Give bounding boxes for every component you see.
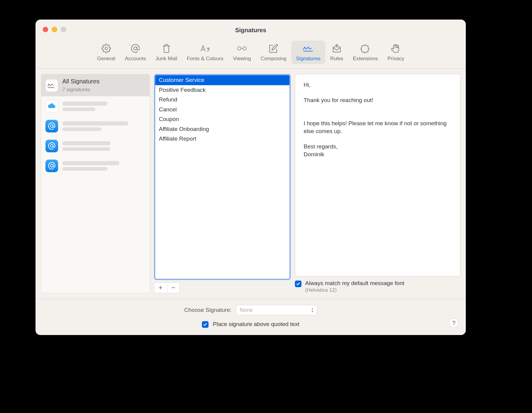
signatures-column: Customer ServicePositive FeedbackRefundC… <box>154 74 291 293</box>
match-font-sub: (Helvetica 12) <box>305 287 404 293</box>
tab-viewing[interactable]: Viewing <box>228 41 256 64</box>
tab-composing[interactable]: Composing <box>256 41 291 64</box>
sidebar-item-account[interactable] <box>41 96 150 116</box>
toolbar-label: Viewing <box>233 56 251 62</box>
tab-signatures[interactable]: Signatures <box>291 41 325 64</box>
trash-icon <box>161 43 172 54</box>
signature-item[interactable]: Refund <box>155 95 289 105</box>
signature-item[interactable]: Cancel <box>155 105 289 115</box>
sidebar-item-account[interactable] <box>41 156 150 176</box>
tab-fonts-colours[interactable]: Fonts & Colours <box>182 41 228 64</box>
toolbar-label: Accounts <box>125 56 146 62</box>
tab-accounts[interactable]: Accounts <box>120 41 151 64</box>
add-signature-button[interactable]: + <box>154 283 167 293</box>
at-icon <box>45 120 58 132</box>
content-area: All Signatures 7 signatures <box>36 69 466 299</box>
signature-item[interactable]: Positive Feedback <box>155 85 289 95</box>
sidebar-item-account[interactable] <box>41 136 150 156</box>
signature-item[interactable]: Coupon <box>155 114 289 124</box>
minimize-window-button[interactable] <box>52 27 57 32</box>
sidebar-item-sub: 7 signatures <box>62 87 99 93</box>
signature-item[interactable]: Affiliate Onboarding <box>155 124 289 134</box>
gear-icon <box>101 43 112 54</box>
toolbar-label: Privacy <box>388 56 404 62</box>
sidebar-item-all-signatures[interactable]: All Signatures 7 signatures <box>41 74 150 96</box>
signature-item[interactable]: Affiliate Report <box>155 134 289 144</box>
toolbar-label: Fonts & Colours <box>187 56 224 62</box>
svg-point-9 <box>51 165 53 167</box>
signatures-list[interactable]: Customer ServicePositive FeedbackRefundC… <box>154 74 291 280</box>
toolbar-label: Junk Mail <box>156 56 177 62</box>
tab-general[interactable]: General <box>92 41 120 64</box>
place-above-row[interactable]: Place signature above quoted text <box>43 321 459 328</box>
sidebar-item-title: All Signatures <box>62 78 99 85</box>
hand-icon <box>391 43 401 54</box>
tab-rules[interactable]: Rules <box>325 41 348 64</box>
toolbar-label: Extensions <box>353 56 378 62</box>
svg-rect-5 <box>333 47 340 52</box>
signature-item[interactable]: Customer Service <box>155 75 289 85</box>
accounts-sidebar: All Signatures 7 signatures <box>41 74 150 293</box>
rules-icon <box>331 43 342 54</box>
match-font-row[interactable]: Always match my default message font (He… <box>295 280 460 293</box>
svg-point-7 <box>51 125 53 128</box>
footer: Choose Signature: None ▲▼ Place signatur… <box>36 299 466 335</box>
choose-signature-row: Choose Signature: None ▲▼ <box>43 305 459 315</box>
tab-privacy[interactable]: Privacy <box>383 41 409 64</box>
svg-point-3 <box>243 47 246 50</box>
toolbar-label: Rules <box>330 56 343 62</box>
puzzle-icon <box>360 43 371 54</box>
titlebar: Signatures <box>36 20 466 41</box>
close-window-button[interactable] <box>43 27 48 32</box>
signature-preview[interactable]: Hi, Thank you for reaching out! I hope t… <box>295 74 460 276</box>
window-title: Signatures <box>235 27 266 34</box>
checkbox-checked-icon[interactable] <box>295 281 302 287</box>
remove-signature-button[interactable]: − <box>167 283 180 293</box>
window-controls <box>43 27 66 32</box>
glasses-icon <box>237 43 247 54</box>
signatures-preferences-window: Signatures General Accounts Junk Mail Fo… <box>36 20 466 335</box>
preferences-toolbar: General Accounts Junk Mail Fonts & Colou… <box>36 41 466 69</box>
help-button[interactable]: ? <box>449 318 459 328</box>
at-icon <box>45 140 58 152</box>
at-icon <box>45 160 58 172</box>
choose-signature-label: Choose Signature: <box>184 307 231 313</box>
font-icon <box>200 43 211 54</box>
icloud-icon <box>45 100 58 113</box>
toolbar-label: Signatures <box>296 56 320 62</box>
tab-junk-mail[interactable]: Junk Mail <box>151 41 182 64</box>
svg-point-2 <box>238 47 241 50</box>
place-above-label: Place signature above quoted text <box>213 321 299 328</box>
toolbar-label: General <box>97 56 115 62</box>
svg-point-1 <box>134 47 137 50</box>
toolbar-label: Composing <box>261 56 286 62</box>
chevron-updown-icon: ▲▼ <box>311 307 314 313</box>
svg-point-0 <box>105 47 107 50</box>
preview-column: Hi, Thank you for reaching out! I hope t… <box>295 74 460 293</box>
add-remove-control: + − <box>154 282 180 293</box>
zoom-window-button[interactable] <box>61 27 66 32</box>
svg-point-8 <box>51 145 53 148</box>
sidebar-item-account[interactable] <box>41 116 150 136</box>
signature-icon <box>303 43 314 54</box>
checkbox-checked-icon[interactable] <box>202 321 209 328</box>
select-value: None <box>240 307 253 313</box>
compose-icon <box>268 43 279 54</box>
match-font-label: Always match my default message font <box>305 280 404 287</box>
at-icon <box>130 43 141 54</box>
signature-icon <box>45 79 58 92</box>
tab-extensions[interactable]: Extensions <box>348 41 383 64</box>
choose-signature-select[interactable]: None ▲▼ <box>236 305 317 315</box>
